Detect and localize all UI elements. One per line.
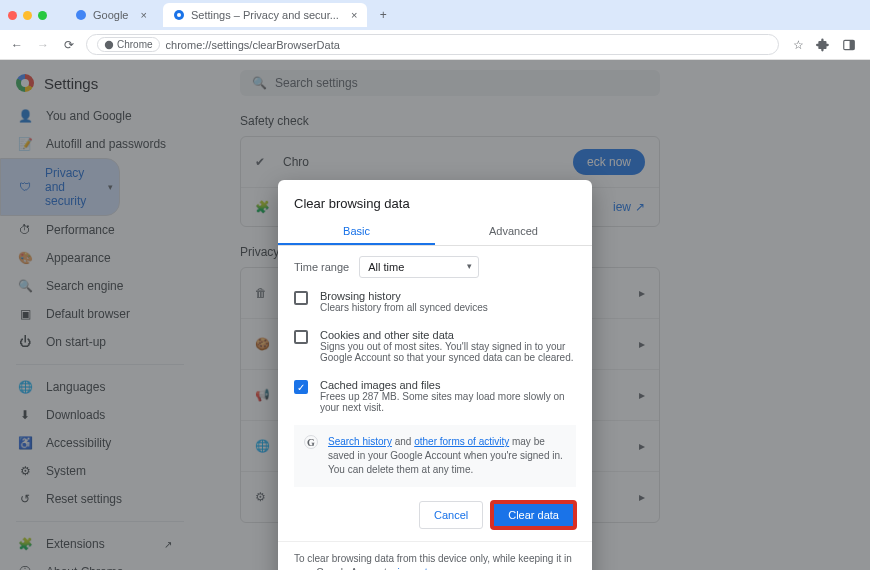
checkbox[interactable]	[294, 291, 308, 305]
google-favicon-icon	[75, 9, 87, 21]
dialog-footer: To clear browsing data from this device …	[278, 541, 592, 570]
time-range-select[interactable]: All time	[359, 256, 479, 278]
bookmark-star-icon[interactable]: ☆	[793, 38, 804, 52]
search-history-link[interactable]: Search history	[328, 436, 392, 447]
dialog-tabs: Basic Advanced	[278, 219, 592, 246]
tab-basic[interactable]: Basic	[278, 219, 435, 245]
dialog-actions: Cancel Clear data	[278, 491, 592, 533]
close-window-icon[interactable]	[8, 11, 17, 20]
window-titlebar: Google × Settings – Privacy and secur...…	[0, 0, 870, 30]
maximize-window-icon[interactable]	[38, 11, 47, 20]
option-browsing-history[interactable]: Browsing historyClears history from all …	[278, 282, 592, 321]
browser-toolbar: ← → ⟳ Chrome chrome://settings/clearBrow…	[0, 30, 870, 60]
modal-scrim[interactable]: Clear browsing data Basic Advanced Time …	[0, 60, 870, 570]
checkbox-checked[interactable]: ✓	[294, 380, 308, 394]
address-bar[interactable]: Chrome chrome://settings/clearBrowserDat…	[86, 34, 779, 55]
svg-rect-5	[850, 40, 855, 49]
side-panel-icon[interactable]	[842, 38, 856, 52]
google-g-icon: G	[304, 435, 318, 449]
dialog-title: Clear browsing data	[278, 196, 592, 219]
window-controls	[8, 11, 47, 20]
tab-label: Google	[93, 9, 128, 21]
svg-point-3	[105, 40, 113, 48]
chrome-icon	[104, 40, 114, 50]
time-range-row: Time range All time	[278, 246, 592, 282]
cancel-button[interactable]: Cancel	[419, 501, 483, 529]
chrome-chip: Chrome	[97, 37, 160, 52]
settings-favicon-icon	[173, 9, 185, 21]
new-tab-button[interactable]: +	[373, 8, 393, 22]
clear-data-button[interactable]: Clear data	[491, 501, 576, 529]
tab-close-icon[interactable]: ×	[140, 9, 146, 21]
time-range-label: Time range	[294, 261, 349, 273]
settings-page: Settings 👤You and Google 📝Autofill and p…	[0, 60, 870, 570]
tab-advanced[interactable]: Advanced	[435, 219, 592, 245]
minimize-window-icon[interactable]	[23, 11, 32, 20]
clear-browsing-data-dialog: Clear browsing data Basic Advanced Time …	[278, 180, 592, 570]
tab-label: Settings – Privacy and secur...	[191, 9, 339, 21]
tab-close-icon[interactable]: ×	[351, 9, 357, 21]
tab-settings[interactable]: Settings – Privacy and secur... ×	[163, 3, 367, 27]
extensions-icon[interactable]	[816, 38, 830, 52]
back-icon[interactable]: ←	[8, 38, 26, 52]
url-text: chrome://settings/clearBrowserData	[166, 39, 340, 51]
svg-point-0	[76, 10, 86, 20]
option-cookies[interactable]: Cookies and other site dataSigns you out…	[278, 321, 592, 371]
svg-point-2	[177, 13, 181, 17]
tab-google[interactable]: Google ×	[65, 3, 157, 27]
other-activity-link[interactable]: other forms of activity	[414, 436, 509, 447]
checkbox[interactable]	[294, 330, 308, 344]
google-account-info: G Search history and other forms of acti…	[294, 425, 576, 487]
reload-icon[interactable]: ⟳	[60, 38, 78, 52]
option-cached[interactable]: ✓ Cached images and filesFrees up 287 MB…	[278, 371, 592, 421]
forward-icon[interactable]: →	[34, 38, 52, 52]
